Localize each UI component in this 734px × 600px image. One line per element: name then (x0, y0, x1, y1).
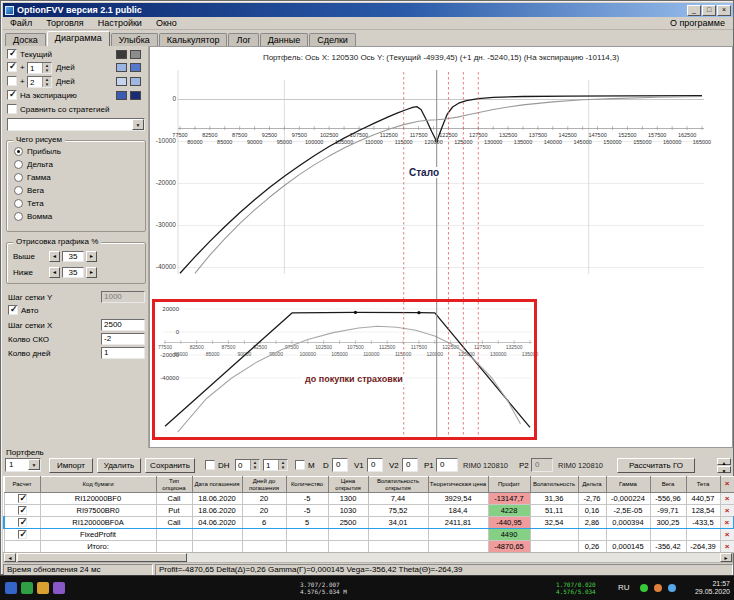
toolbar-scroll-up[interactable]: ▲ (717, 458, 731, 465)
p1-input[interactable]: 0 (436, 458, 458, 472)
increase-button[interactable]: ► (86, 267, 97, 278)
color-swatch[interactable] (130, 50, 141, 59)
v1-input[interactable]: 0 (367, 458, 383, 472)
spinner-arrows[interactable]: ▲▼ (278, 460, 287, 470)
column-header[interactable]: Теоретическая цена (428, 477, 488, 493)
grid-x-input[interactable]: 2500 (101, 319, 145, 331)
current-checkbox[interactable] (7, 49, 17, 59)
taskbar-app-icon[interactable] (37, 582, 49, 594)
taskbar-app-icon[interactable] (5, 582, 17, 594)
column-header[interactable]: Дата погашения (192, 477, 242, 493)
spin-down-icon[interactable]: ▼ (251, 465, 259, 470)
row-calc-checkbox[interactable] (18, 506, 27, 515)
column-header[interactable]: Количество (286, 477, 328, 493)
plus2-checkbox[interactable] (7, 76, 17, 86)
color-swatch[interactable] (116, 91, 127, 100)
delete-button[interactable]: Удалить (97, 458, 141, 473)
dh-spinner-1[interactable]: 0 ▲▼ (235, 459, 260, 471)
tab-deals[interactable]: Сделки (309, 33, 356, 46)
row-calc-checkbox[interactable] (18, 494, 27, 503)
scroll-right-button[interactable]: ► (720, 553, 732, 562)
language-indicator[interactable]: RU (618, 583, 630, 592)
spinner-arrows[interactable]: ▲▼ (42, 63, 51, 73)
expiration-checkbox[interactable] (7, 90, 17, 100)
column-header[interactable]: Вега (650, 477, 686, 493)
draw-option-vega[interactable]: Вега (7, 184, 145, 197)
tray-icon-orange[interactable] (654, 584, 662, 592)
color-swatch[interactable] (130, 77, 141, 86)
p2-input[interactable]: 0 (531, 458, 553, 472)
plus1-checkbox[interactable] (7, 62, 17, 72)
column-header[interactable]: Волатильность открытия (368, 477, 428, 493)
menu-window[interactable]: Окно (149, 18, 184, 28)
table-hscrollbar[interactable]: ◄ ► (3, 552, 733, 563)
draw-option-vomma[interactable]: Вомма (7, 210, 145, 223)
tab-log[interactable]: Лог (228, 33, 258, 46)
column-header[interactable]: Гамма (606, 477, 650, 493)
column-header[interactable]: Цена открытия (328, 477, 368, 493)
close-button[interactable]: × (717, 5, 731, 16)
tab-calculator[interactable]: Калькулятор (159, 33, 228, 46)
strategy-select[interactable]: ▼ (7, 118, 145, 131)
menu-settings[interactable]: Настройки (91, 18, 149, 28)
dh-checkbox[interactable] (205, 460, 215, 470)
column-header[interactable]: Дней до погашения (242, 477, 286, 493)
m-checkbox[interactable] (295, 460, 305, 470)
spin-down-icon[interactable]: ▼ (43, 82, 51, 87)
d-input[interactable]: 0 (332, 458, 348, 472)
tab-data[interactable]: Данные (260, 33, 309, 46)
column-header[interactable]: Тип опциона (156, 477, 192, 493)
spinner-arrows[interactable]: ▲▼ (250, 460, 259, 470)
tab-diagramma[interactable]: Диаграмма (47, 31, 110, 46)
auto-checkbox[interactable] (8, 305, 18, 315)
preset-select[interactable]: 1 ▼ (5, 458, 41, 472)
tab-doska[interactable]: Доска (5, 33, 46, 46)
row-delete-button[interactable]: × (720, 505, 734, 517)
draw-option-profit[interactable]: Прибыль (7, 145, 145, 158)
taskbar-clock[interactable]: 21:57 29.05.2020 (695, 580, 730, 596)
taskbar-app-icon[interactable] (21, 582, 33, 594)
menu-file[interactable]: Файл (3, 18, 39, 28)
days-input[interactable]: 1 (101, 347, 145, 359)
import-button[interactable]: Импорт (49, 458, 93, 473)
menu-trading[interactable]: Торговля (39, 18, 91, 28)
maximize-button[interactable]: □ (702, 5, 716, 16)
tray-icon-blue[interactable] (668, 584, 676, 592)
tray-icon-green[interactable] (640, 584, 648, 592)
row-calc-checkbox[interactable] (18, 518, 27, 527)
above-value[interactable]: 35 (62, 251, 84, 262)
row-delete-button[interactable]: × (720, 493, 734, 505)
toolbar-scroll-down[interactable]: ▼ (717, 466, 731, 473)
row-calc-checkbox[interactable] (18, 530, 27, 539)
scroll-left-button[interactable]: ◄ (4, 553, 16, 562)
scrollbar-thumb[interactable] (17, 553, 187, 562)
days-spinner[interactable]: 2 ▲▼ (27, 76, 52, 88)
column-header[interactable]: Код бумаги (40, 477, 156, 493)
days-spinner[interactable]: 1 ▲▼ (27, 62, 52, 74)
taskbar-app-icon[interactable] (53, 582, 65, 594)
color-swatch[interactable] (130, 63, 141, 72)
draw-option-theta[interactable]: Тета (7, 197, 145, 210)
grid-y-input[interactable]: 1000 (101, 291, 145, 303)
compare-checkbox[interactable] (7, 104, 17, 114)
dh-spinner-2[interactable]: 1 ▲▼ (263, 459, 288, 471)
dropdown-arrow-icon[interactable]: ▼ (28, 459, 40, 470)
column-header[interactable]: Расчет (4, 477, 40, 493)
v2-input[interactable]: 0 (402, 458, 418, 472)
increase-button[interactable]: ► (86, 251, 97, 262)
column-header[interactable]: Профит (488, 477, 530, 493)
column-header[interactable]: Волатильность (530, 477, 578, 493)
tab-ulybka[interactable]: Улыбка (111, 33, 158, 46)
spin-down-icon[interactable]: ▼ (279, 465, 287, 470)
decrease-button[interactable]: ◄ (49, 251, 60, 262)
column-header[interactable]: Дельта (578, 477, 606, 493)
calc-margin-button[interactable]: Рассчитать ГО (617, 458, 695, 473)
row-delete-button[interactable]: × (720, 529, 734, 541)
row-delete-button[interactable]: × (720, 517, 734, 529)
column-header[interactable]: Тета (686, 477, 720, 493)
row-delete-button[interactable]: × (720, 541, 734, 553)
color-swatch[interactable] (116, 77, 127, 86)
menu-about[interactable]: О программе (662, 18, 733, 28)
sko-input[interactable]: -2 (101, 333, 145, 345)
color-swatch[interactable] (116, 50, 127, 59)
